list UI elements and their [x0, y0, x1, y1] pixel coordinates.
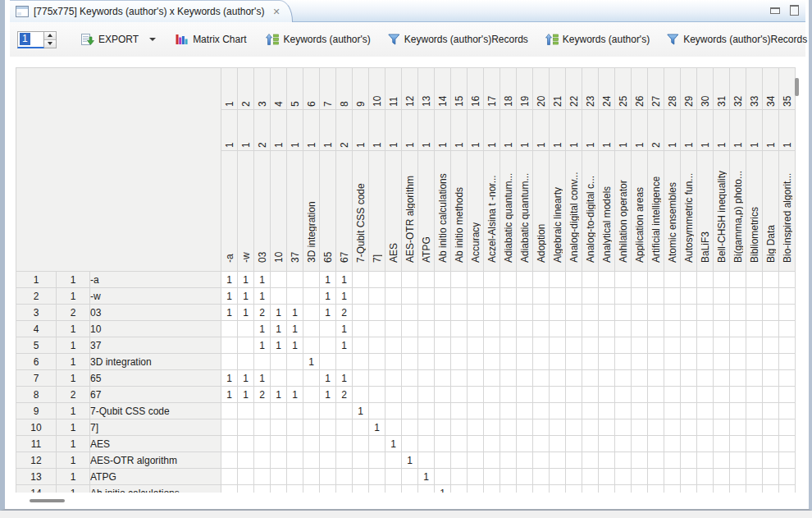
matrix-cell[interactable]	[714, 305, 730, 321]
matrix-cell[interactable]	[582, 337, 599, 354]
matrix-cell[interactable]: 1	[221, 387, 238, 403]
col-label-cell[interactable]: Accuracy	[468, 151, 484, 272]
matrix-cell[interactable]	[517, 305, 533, 321]
matrix-cell[interactable]	[435, 436, 451, 452]
matrix-cell[interactable]	[238, 436, 254, 452]
matrix-cell[interactable]	[615, 403, 632, 419]
matrix-cell[interactable]	[582, 387, 599, 403]
col-label-cell[interactable]: Adoption	[533, 151, 550, 272]
matrix-cell[interactable]	[287, 469, 303, 485]
matrix-cell[interactable]	[451, 305, 468, 321]
matrix-cell[interactable]	[451, 485, 468, 493]
matrix-cell[interactable]	[287, 436, 303, 452]
col-index-cell[interactable]: 30	[697, 68, 714, 110]
matrix-cell[interactable]	[451, 288, 468, 305]
col-index-cell[interactable]: 9	[353, 68, 369, 110]
matrix-cell[interactable]	[484, 305, 500, 321]
row-index-cell[interactable]: 10	[16, 419, 57, 436]
matrix-cell[interactable]	[369, 305, 385, 321]
matrix-cell[interactable]: 1	[320, 288, 336, 305]
matrix-cell[interactable]	[468, 436, 484, 452]
matrix-cell[interactable]	[714, 370, 730, 387]
matrix-cell[interactable]	[746, 288, 763, 305]
matrix-cell[interactable]	[779, 403, 796, 419]
col-count-cell[interactable]: 1	[385, 110, 402, 151]
matrix-cell[interactable]	[254, 436, 271, 452]
matrix-cell[interactable]	[221, 452, 238, 469]
row-index-cell[interactable]: 3	[16, 305, 57, 321]
row-count-cell[interactable]: 1	[57, 354, 90, 370]
col-label-cell[interactable]: Analog-digital conv...	[566, 151, 582, 272]
col-count-cell[interactable]: 1	[517, 110, 533, 151]
matrix-cell[interactable]	[385, 305, 402, 321]
matrix-cell[interactable]	[648, 452, 664, 469]
matrix-cell[interactable]	[320, 354, 336, 370]
matrix-cell[interactable]	[221, 485, 238, 493]
col-count-cell[interactable]: 1	[697, 110, 714, 151]
row-index-cell[interactable]: 2	[16, 288, 57, 305]
matrix-cell[interactable]	[287, 419, 303, 436]
matrix-cell[interactable]	[582, 469, 599, 485]
row-index-cell[interactable]: 9	[16, 403, 57, 419]
row-count-cell[interactable]: 2	[57, 387, 90, 403]
matrix-cell[interactable]	[779, 321, 796, 337]
matrix-cell[interactable]	[664, 469, 681, 485]
matrix-cell[interactable]	[221, 337, 238, 354]
matrix-cell[interactable]	[320, 436, 336, 452]
matrix-cell[interactable]	[763, 485, 779, 493]
matrix-cell[interactable]	[517, 485, 533, 493]
matrix-cell[interactable]	[385, 403, 402, 419]
col-count-cell[interactable]: 1	[369, 110, 385, 151]
col-index-cell[interactable]: 29	[681, 68, 697, 110]
matrix-cell[interactable]: 2	[254, 387, 271, 403]
matrix-cell[interactable]	[484, 321, 500, 337]
matrix-cell[interactable]	[599, 387, 615, 403]
matrix-cell[interactable]	[468, 452, 484, 469]
matrix-cell[interactable]	[221, 321, 238, 337]
matrix-cell[interactable]	[303, 403, 320, 419]
matrix-cell[interactable]	[763, 370, 779, 387]
matrix-cell[interactable]	[533, 337, 550, 354]
table-row[interactable]: 111AES1	[16, 436, 796, 452]
col-label-cell[interactable]: ATPG	[418, 151, 435, 272]
col-index-cell[interactable]: 32	[730, 68, 746, 110]
col-count-cell[interactable]: 1	[599, 110, 615, 151]
matrix-cell[interactable]	[435, 337, 451, 354]
matrix-cell[interactable]	[451, 469, 468, 485]
col-index-cell[interactable]: 3	[254, 68, 271, 110]
matrix-cell[interactable]	[500, 403, 517, 419]
matrix-cell[interactable]	[336, 485, 353, 493]
matrix-cell[interactable]	[550, 485, 566, 493]
matrix-cell[interactable]	[730, 354, 746, 370]
matrix-cell[interactable]	[238, 354, 254, 370]
col-label-cell[interactable]: Analog-to-digital c...	[582, 151, 599, 272]
matrix-cell[interactable]	[566, 321, 582, 337]
matrix-cell[interactable]	[714, 321, 730, 337]
matrix-cell[interactable]	[402, 305, 418, 321]
matrix-cell[interactable]	[533, 436, 550, 452]
col-label-cell[interactable]: -a	[221, 151, 238, 272]
matrix-cell[interactable]	[402, 370, 418, 387]
matrix-cell[interactable]: 1	[336, 337, 353, 354]
matrix-cell[interactable]: 1	[287, 387, 303, 403]
matrix-cell[interactable]	[697, 354, 714, 370]
matrix-cell[interactable]	[697, 321, 714, 337]
matrix-cell[interactable]	[632, 288, 648, 305]
matrix-cell[interactable]	[632, 452, 648, 469]
matrix-cell[interactable]	[353, 370, 369, 387]
col-label-cell[interactable]: 37	[287, 151, 303, 272]
row-count-cell[interactable]: 1	[57, 403, 90, 419]
matrix-cell[interactable]	[566, 387, 582, 403]
matrix-cell[interactable]	[714, 288, 730, 305]
matrix-cell[interactable]	[517, 436, 533, 452]
matrix-cell[interactable]	[664, 321, 681, 337]
matrix-cell[interactable]	[385, 337, 402, 354]
col-index-cell[interactable]: 28	[664, 68, 681, 110]
matrix-cell[interactable]	[271, 370, 287, 387]
matrix-cell[interactable]	[238, 469, 254, 485]
matrix-cell[interactable]: 1	[238, 272, 254, 288]
matrix-cell[interactable]	[500, 485, 517, 493]
matrix-cell[interactable]	[681, 387, 697, 403]
matrix-cell[interactable]	[303, 469, 320, 485]
matrix-cell[interactable]	[648, 321, 664, 337]
